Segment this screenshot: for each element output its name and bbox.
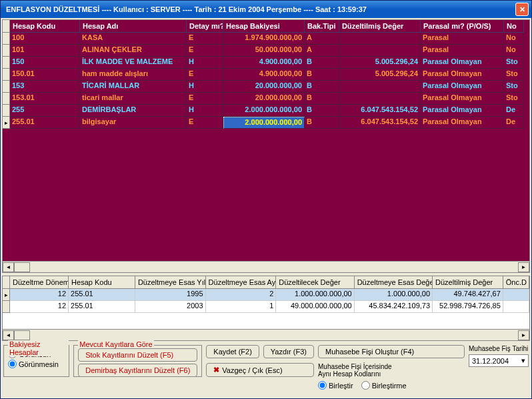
demirbas-duzelt-button[interactable]: Demirbaş Kayıtlarını Düzelt (F6) bbox=[78, 364, 197, 377]
radio-gorunmesin[interactable]: Görünmesin bbox=[8, 360, 65, 368]
muhasebe-fis-button[interactable]: Muhasebe Fişi Oluştur (F4) bbox=[318, 345, 465, 358]
scroll-thumb[interactable] bbox=[14, 262, 30, 272]
table-row[interactable]: 100KASAE1.974.900.000,00AParasalNo bbox=[3, 33, 529, 45]
accounts-grid-header: Hesap Kodu Hesap Adı Detay mı? Hesap Bak… bbox=[3, 20, 529, 33]
table-row[interactable]: 150.01ham madde alışlarıE4.900.000,00B5.… bbox=[3, 69, 529, 81]
col-parasal[interactable]: Parasal mı? (P/O/S) bbox=[421, 20, 504, 33]
close-icon[interactable]: ✕ bbox=[515, 3, 529, 16]
col-duzeltilmis[interactable]: Düzeltilmiş Değer bbox=[339, 20, 421, 33]
col-ay[interactable]: Düzeltmeye Esas Ay bbox=[206, 276, 277, 289]
col-baktipi[interactable]: Bak.Tipi bbox=[305, 20, 339, 33]
table-row[interactable]: 12255.012003149.000.000.000,0045.834.242… bbox=[3, 301, 529, 313]
mevcut-legend: Mevcut Kayıtlara Göre bbox=[78, 340, 153, 348]
table-row[interactable]: 150İLK MADDE VE MALZEMEH4.900.000,00B5.0… bbox=[3, 57, 529, 69]
col-hesap-kodu[interactable]: Hesap Kodu bbox=[10, 20, 80, 33]
col-no[interactable]: No bbox=[504, 20, 524, 33]
col-hesap-adi[interactable]: Hesap Adı bbox=[80, 20, 187, 33]
stok-duzelt-button[interactable]: Stok Kayıtlarını Düzelt (F5) bbox=[78, 348, 197, 362]
table-row[interactable]: 153.01ticari mallarE20.000.000,00BParasa… bbox=[3, 93, 529, 105]
col-duz[interactable]: Düzeltilmiş Değer bbox=[433, 276, 503, 289]
window-title: ENFLASYON DÜZELTMESİ ---- Kullanıcı : SE… bbox=[3, 5, 515, 13]
fis-tarih-input[interactable]: 31.12.2004 ▾ bbox=[469, 354, 529, 367]
scroll-thumb[interactable] bbox=[14, 330, 30, 340]
fis-ic-label: Muhasebe Fişi İçerisinde Aynı Hesap Kodl… bbox=[318, 363, 398, 378]
bakiyesiz-legend: Bakiyesiz Hesaplar bbox=[8, 340, 69, 356]
h-scrollbar-top[interactable]: ◄ ► bbox=[3, 261, 529, 272]
scroll-right-icon[interactable]: ► bbox=[518, 262, 529, 272]
col-hkodu[interactable]: Hesap Kodu bbox=[69, 276, 135, 289]
controls-panel: Bakiyesiz Hesaplar Görünsün Görünmesin M… bbox=[2, 344, 530, 392]
accounts-grid-body[interactable]: 100KASAE1.974.900.000,00AParasalNo101ALI… bbox=[3, 33, 529, 261]
titlebar: ENFLASYON DÜZELTMESİ ---- Kullanıcı : SE… bbox=[1, 1, 531, 18]
vazgec-button[interactable]: ✖Vazgeç / Çık (Esc) bbox=[206, 363, 314, 377]
table-row[interactable]: 255DEMİRBAŞLARH2.000.000.000,00B6.047.54… bbox=[3, 105, 529, 117]
col-deger[interactable]: Düzeltilecek Değer bbox=[276, 276, 354, 289]
table-row[interactable]: ▸255.01bilgisayarE2.000.000.000,00B6.047… bbox=[3, 117, 529, 129]
bakiyesiz-group: Bakiyesiz Hesaplar Görünsün Görünmesin bbox=[3, 345, 69, 377]
detail-grid: Düzeltme Dönemi Hesap Kodu Düzeltmeye Es… bbox=[2, 276, 530, 341]
table-row[interactable]: 101ALINAN ÇEKLERE50.000.000,00AParasalNo bbox=[3, 45, 529, 57]
col-yil[interactable]: Düzeltmeye Esas Yıl bbox=[135, 276, 206, 289]
date-group: Muhasebe Fiş Tarihi 31.12.2004 ▾ bbox=[469, 345, 529, 367]
col-bakiye[interactable]: Hesap Bakiyesi bbox=[223, 20, 305, 33]
mevcut-group: Mevcut Kayıtlara Göre Stok Kayıtlarını D… bbox=[73, 345, 202, 377]
app-window: ENFLASYON DÜZELTMESİ ---- Kullanıcı : SE… bbox=[0, 0, 532, 399]
radio-birlestirme[interactable]: Birleştirme bbox=[361, 381, 407, 390]
accounts-grid: Hesap Kodu Hesap Adı Detay mı? Hesap Bak… bbox=[2, 19, 530, 273]
yazdir-button[interactable]: Yazdır (F3) bbox=[263, 345, 314, 358]
h-scrollbar-bottom[interactable]: ◄ ► bbox=[3, 329, 529, 340]
fis-tarih-label: Muhasebe Fiş Tarihi bbox=[469, 345, 529, 352]
radio-birlestir[interactable]: Birleştir bbox=[318, 381, 353, 390]
fis-group: Muhasebe Fişi Oluştur (F4) Muhasebe Fişi… bbox=[318, 345, 465, 391]
detail-grid-body[interactable]: ▸12255.01199521.000.000.000,001.000.000,… bbox=[3, 289, 529, 329]
col-detay[interactable]: Detay mı? bbox=[187, 20, 223, 33]
col-esas[interactable]: Düzeltmeye Esas Değe bbox=[355, 276, 433, 289]
table-row[interactable]: 153TİCARİ MALLARH20.000.000,00BParasal O… bbox=[3, 81, 529, 93]
chevron-down-icon[interactable]: ▾ bbox=[521, 356, 525, 365]
scroll-left-icon[interactable]: ◄ bbox=[3, 262, 14, 272]
action-buttons: Kaydet (F2) Yazdır (F3) ✖Vazgeç / Çık (E… bbox=[206, 345, 314, 377]
table-row[interactable]: ▸12255.01199521.000.000.000,001.000.000,… bbox=[3, 289, 529, 301]
detail-grid-header: Düzeltme Dönemi Hesap Kodu Düzeltmeye Es… bbox=[3, 276, 529, 289]
x-icon: ✖ bbox=[213, 366, 219, 374]
scroll-right-icon[interactable]: ► bbox=[518, 330, 529, 340]
scroll-left-icon[interactable]: ◄ bbox=[3, 330, 14, 340]
col-onc[interactable]: Önc.D bbox=[503, 276, 529, 289]
kaydet-button[interactable]: Kaydet (F2) bbox=[206, 345, 259, 358]
col-donem[interactable]: Düzeltme Dönemi bbox=[10, 276, 69, 289]
